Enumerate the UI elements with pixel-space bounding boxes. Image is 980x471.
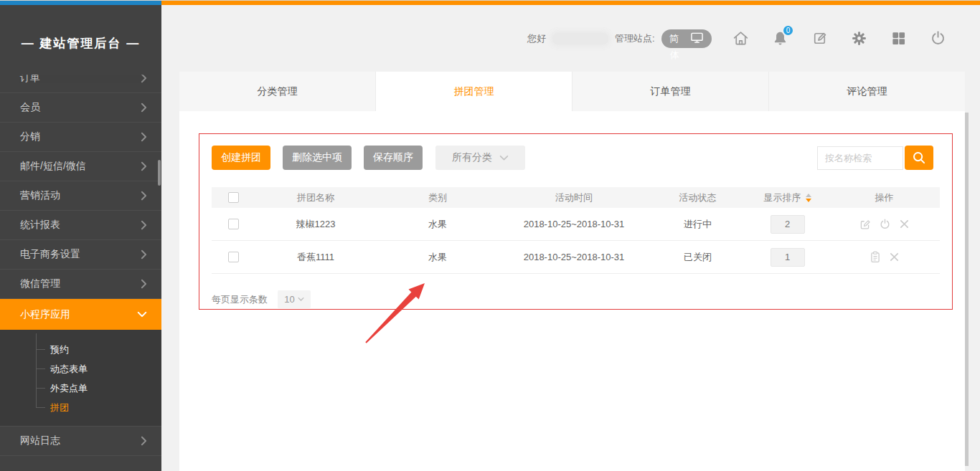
cell-activity-time: 2018-10-25~2018-10-31: [499, 252, 649, 262]
content-scrollbar-thumb[interactable]: [965, 113, 969, 466]
greeting-label: 您好: [527, 32, 546, 45]
bell-icon[interactable]: 0: [771, 29, 789, 47]
chevron-down-icon: [499, 155, 509, 161]
list-footer: 每页显示条数 10: [212, 290, 311, 308]
close-icon[interactable]: [889, 252, 900, 262]
cell-activity-status: 进行中: [649, 218, 746, 231]
sort-order-input[interactable]: 1: [771, 248, 805, 267]
power-icon[interactable]: [928, 29, 947, 47]
chevron-right-icon: [141, 279, 147, 289]
cell-operations: [829, 218, 940, 230]
column-header-3: 活动时间: [499, 191, 649, 204]
tab-order-management[interactable]: 订单管理: [573, 72, 769, 111]
close-icon[interactable]: [899, 219, 910, 229]
chevron-down-icon: [298, 297, 304, 302]
sidebar-scrollbar-thumb[interactable]: [158, 160, 161, 186]
sidebar-item-mail-sms-wechat[interactable]: 邮件/短信/微信: [0, 152, 161, 181]
per-page-select[interactable]: 10: [278, 290, 311, 308]
table-body: 辣椒1223水果2018-10-25~2018-10-31进行中2香蕉1111水…: [212, 208, 940, 274]
sidebar-item-ecommerce-settings[interactable]: 电子商务设置: [0, 240, 161, 270]
notification-badge: 0: [782, 24, 794, 37]
column-header-5[interactable]: 显示排序: [746, 191, 829, 204]
header-checkbox-cell: [212, 192, 255, 203]
tab-category-management[interactable]: 分类管理: [179, 72, 376, 111]
app-title: — 建站管理后台 —: [0, 5, 161, 64]
sidebar-item-label: 订单: [20, 72, 40, 85]
sidebar: — 建站管理后台 — 订单会员分销邮件/短信/微信营销活动统计报表电子商务设置微…: [0, 5, 161, 471]
row-checkbox[interactable]: [228, 252, 239, 262]
sidebar-item-site-log[interactable]: 网站日志: [0, 427, 161, 456]
sidebar-item-wechat-management[interactable]: 微信管理: [0, 270, 161, 299]
sidebar-item-label: 统计报表: [20, 219, 60, 232]
site-badge-wrap-text: 体: [670, 49, 679, 62]
group-table: 拼团名称类别活动时间活动状态显示排序操作 辣椒1223水果2018-10-25~…: [212, 187, 940, 274]
header-icons: 0: [731, 29, 947, 47]
per-page-label: 每页显示条数: [212, 293, 268, 306]
submenu-item-booking[interactable]: 预约: [0, 340, 161, 359]
tab-bar: 分类管理拼团管理订单管理评论管理: [179, 72, 965, 111]
cell-category: 水果: [377, 251, 499, 264]
per-page-value: 10: [284, 294, 294, 305]
site-badge-text: 简: [669, 32, 679, 45]
sidebar-item-members[interactable]: 会员: [0, 93, 161, 123]
table-row: 辣椒1223水果2018-10-25~2018-10-31进行中2: [212, 208, 940, 241]
cell-activity-time: 2018-10-25~2018-10-31: [499, 219, 649, 229]
sidebar-item-label: 电子商务设置: [20, 248, 80, 261]
sidebar-item-label: 营销活动: [20, 189, 60, 202]
sidebar-item-marketing[interactable]: 营销活动: [0, 181, 161, 211]
chevron-right-icon: [141, 132, 147, 142]
select-all-checkbox[interactable]: [228, 192, 239, 203]
username-redacted: [552, 33, 608, 44]
row-checkbox[interactable]: [228, 219, 239, 229]
sidebar-item-statistics[interactable]: 统计报表: [0, 211, 161, 240]
power-icon[interactable]: [879, 218, 891, 230]
cell-group-name: 香蕉1111: [255, 251, 377, 264]
chevron-right-icon: [141, 73, 147, 83]
sidebar-submenu: 预约动态表单外卖点单拼团: [0, 330, 161, 427]
clipboard-icon[interactable]: [870, 251, 881, 263]
apps-grid-icon[interactable]: [889, 29, 908, 47]
gear-icon[interactable]: [849, 29, 868, 47]
sort-carets-icon[interactable]: [806, 194, 811, 202]
cell-operations: [829, 251, 940, 263]
category-filter-value: 所有分类: [452, 151, 492, 164]
cell-activity-status: 已关闭: [649, 251, 746, 264]
sort-order-input[interactable]: 2: [771, 215, 805, 234]
category-filter-select[interactable]: 所有分类: [435, 146, 525, 170]
chevron-right-icon: [141, 103, 147, 113]
edit-icon[interactable]: [859, 218, 871, 230]
submenu-item-group-buy[interactable]: 拼团: [0, 398, 161, 417]
chevron-right-icon: [141, 249, 147, 260]
sidebar-item-orders[interactable]: 订单: [0, 64, 161, 93]
submenu-item-takeout-order[interactable]: 外卖点单: [0, 379, 161, 398]
sidebar-menu: 订单会员分销邮件/短信/微信营销活动统计报表电子商务设置微信管理小程序应用预约动…: [0, 64, 161, 456]
manage-site-label: 管理站点:: [615, 32, 655, 45]
toolbar: 创建拼团 删除选中项 保存顺序 所有分类: [212, 146, 933, 170]
chevron-right-icon: [141, 436, 147, 446]
site-selector-pill[interactable]: 简 体: [661, 29, 712, 48]
delete-selected-button[interactable]: 删除选中项: [283, 146, 352, 170]
sidebar-item-label: 邮件/短信/微信: [20, 160, 86, 173]
compose-icon[interactable]: [810, 29, 829, 47]
create-group-button[interactable]: 创建拼团: [212, 146, 270, 170]
home-icon[interactable]: [731, 29, 750, 47]
column-header-6: 操作: [829, 191, 940, 204]
chevron-down-icon: [137, 311, 147, 318]
sidebar-item-label: 微信管理: [20, 277, 60, 290]
chevron-right-icon: [141, 220, 147, 230]
save-order-button[interactable]: 保存顺序: [364, 146, 423, 170]
tab-group-management[interactable]: 拼团管理: [376, 72, 573, 111]
cell-category: 水果: [377, 218, 499, 231]
sidebar-item-label: 小程序应用: [20, 308, 70, 321]
content-card: 分类管理拼团管理订单管理评论管理 创建拼团 删除选中项 保存顺序 所有分类 拼团…: [179, 72, 965, 471]
sidebar-item-distribution[interactable]: 分销: [0, 123, 161, 152]
search-button[interactable]: [905, 146, 933, 170]
submenu-item-dynamic-form[interactable]: 动态表单: [0, 359, 161, 379]
admin-screen: — 建站管理后台 — 订单会员分销邮件/短信/微信营销活动统计报表电子商务设置微…: [0, 0, 980, 471]
search-input[interactable]: [817, 146, 903, 170]
tab-comment-management[interactable]: 评论管理: [769, 72, 965, 111]
user-info: 您好 管理站点: 简 体: [527, 29, 712, 48]
monitor-icon: [690, 32, 704, 46]
sidebar-item-mini-program-apps[interactable]: 小程序应用: [0, 299, 161, 330]
sidebar-item-label: 分销: [20, 130, 40, 143]
